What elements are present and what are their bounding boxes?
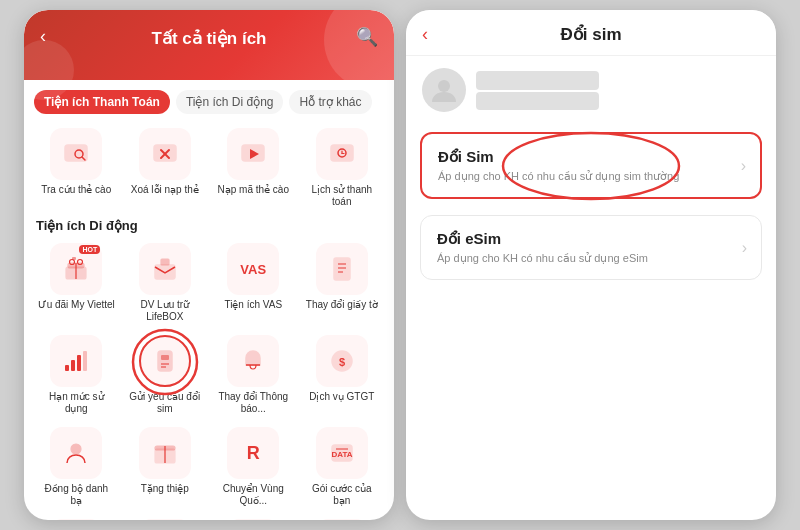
icon-box-goi-cuoc: DATA bbox=[316, 427, 368, 479]
label-lifebox: DV Lưu trữ LifeBOX bbox=[126, 299, 204, 323]
icon-han-muc[interactable]: Hạn mức sử dụng bbox=[37, 335, 115, 415]
svg-rect-20 bbox=[334, 258, 350, 280]
svg-rect-17 bbox=[72, 257, 76, 260]
search-card-icon bbox=[62, 140, 90, 168]
svg-point-36 bbox=[71, 444, 81, 454]
mobile-section-title: Tiện ích Di động bbox=[24, 212, 394, 235]
mobile-icons-row3: Đồng bộ danh bạ Tặng thiệp R bbox=[24, 419, 394, 511]
delete-card-icon bbox=[151, 140, 179, 168]
label-nap-ma: Nạp mã thẻ cào bbox=[218, 184, 289, 196]
icon-tang-thiep[interactable]: Tặng thiệp bbox=[126, 427, 204, 507]
icon-tra-cuu[interactable]: Tra cứu thẻ cào bbox=[37, 128, 115, 208]
back-button-2[interactable]: ‹ bbox=[422, 24, 428, 45]
icon-doi-sim-request[interactable]: Gửi yêu cầu đổi sim bbox=[126, 335, 204, 415]
screen-doi-sim: ‹ Đổi sim bbox=[406, 10, 776, 520]
icon-goi-cuoc[interactable]: DATA Gói cước của bạn bbox=[303, 427, 381, 507]
svg-point-48 bbox=[438, 80, 450, 92]
tab-ho-tro[interactable]: Hỗ trợ khác bbox=[289, 90, 371, 114]
icon-box-tang-thiep bbox=[139, 427, 191, 479]
icon-box-han-muc bbox=[50, 335, 102, 387]
svg-rect-26 bbox=[77, 355, 81, 371]
card-gift-icon bbox=[151, 439, 179, 467]
doi-esim-desc: Áp dụng cho KH có nhu cầu sử dụng eSim bbox=[437, 252, 745, 265]
label-danh-ba: Đồng bộ danh bạ bbox=[37, 483, 115, 507]
label-chuyen-vung: Chuyển Vùng Quố... bbox=[214, 483, 292, 507]
contacts-icon bbox=[62, 439, 90, 467]
icon-box-goi-tre: gic bbox=[139, 519, 191, 520]
icon-box-xoa-loi bbox=[139, 128, 191, 180]
icon-giay-to[interactable]: Thay đổi giấy tờ bbox=[303, 243, 381, 323]
svg-rect-25 bbox=[71, 360, 75, 371]
icon-nap-ma[interactable]: Nạp mã thẻ cào bbox=[214, 128, 292, 208]
label-tang-thiep: Tặng thiệp bbox=[141, 483, 189, 495]
label-doi-sim-request: Gửi yêu cầu đổi sim bbox=[126, 391, 204, 415]
profile-section bbox=[406, 56, 776, 124]
icon-vas[interactable]: VAS Tiện ích VAS bbox=[214, 243, 292, 323]
payment-icons-row: Tra cứu thẻ cào Xoá lỗi nạp thẻ bbox=[24, 120, 394, 212]
icon-danh-ba[interactable]: Đồng bộ danh bạ bbox=[37, 427, 115, 507]
tabs-row: Tiện ích Thanh Toán Tiện ích Di động Hỗ … bbox=[24, 80, 394, 120]
box-icon bbox=[151, 255, 179, 283]
label-xoa-loi: Xoá lỗi nạp thẻ bbox=[131, 184, 199, 196]
document-icon bbox=[328, 255, 356, 283]
label-thong-bao: Thay đổi Thông báo... bbox=[214, 391, 292, 415]
icon-moi-chuyen[interactable]: Mời chuyển trả sau bbox=[303, 519, 381, 520]
icon-box-lifebox bbox=[139, 243, 191, 295]
screen2-title: Đổi sim bbox=[560, 24, 621, 45]
topup-card-icon bbox=[239, 140, 267, 168]
icon-box-tra-cuu bbox=[50, 128, 102, 180]
screen1-content: Tiện ích Thanh Toán Tiện ích Di động Hỗ … bbox=[24, 80, 394, 520]
icon-chuyen-vung[interactable]: R Chuyển Vùng Quố... bbox=[214, 427, 292, 507]
icon-lich-su[interactable]: Lịch sử thanh toán bbox=[303, 128, 381, 208]
label-giay-to: Thay đổi giấy tờ bbox=[306, 299, 378, 311]
deco-circle-1 bbox=[324, 10, 394, 90]
menu-item-doi-sim[interactable]: Đổi Sim Áp dụng cho KH có nhu cầu sử dụn… bbox=[420, 132, 762, 199]
icon-box-gtgt: $ bbox=[316, 335, 368, 387]
icon-uu-dai[interactable]: HOT Ưu đãi My Viettel bbox=[37, 243, 115, 323]
screen-all-utilities: ‹ Tất cả tiện ích 🔍 Tiện ích Thanh Toán … bbox=[24, 10, 394, 520]
label-uu-dai: Ưu đãi My Viettel bbox=[38, 299, 115, 311]
icon-box-moi-chuyen bbox=[316, 519, 368, 520]
profile-info bbox=[476, 71, 599, 110]
service-icon: $ bbox=[328, 347, 356, 375]
icon-box-danh-ba bbox=[50, 427, 102, 479]
label-lich-su: Lịch sử thanh toán bbox=[303, 184, 381, 208]
signal-icon bbox=[62, 347, 90, 375]
svg-text:$: $ bbox=[339, 356, 345, 368]
icon-box-lich-su bbox=[316, 128, 368, 180]
search-icon[interactable]: 🔍 bbox=[356, 26, 378, 48]
gift-icon bbox=[62, 255, 90, 283]
svg-text:DATA: DATA bbox=[331, 450, 352, 459]
label-tra-cuu: Tra cứu thẻ cào bbox=[41, 184, 111, 196]
icon-lifebox[interactable]: DV Lưu trữ LifeBOX bbox=[126, 243, 204, 323]
icon-box-chuyen-tra-sau: ₫ bbox=[227, 519, 279, 520]
sim-swap-icon bbox=[151, 347, 179, 375]
doi-sim-title: Đổi Sim bbox=[438, 148, 744, 166]
chevron-icon-2: › bbox=[742, 239, 747, 257]
svg-rect-27 bbox=[83, 351, 87, 371]
menu-item-doi-esim[interactable]: Đổi eSim Áp dụng cho KH có nhu cầu sử dụ… bbox=[420, 215, 762, 280]
mobile-icons-row1: HOT Ưu đãi My Viettel DV Lưu trữ LifeBOX bbox=[24, 235, 394, 327]
chevron-icon-1: › bbox=[741, 157, 746, 175]
history-icon bbox=[328, 140, 356, 168]
icon-box-moi-doi-may: 4G bbox=[50, 519, 102, 520]
back-button[interactable]: ‹ bbox=[40, 26, 46, 47]
tab-di-dong[interactable]: Tiện ích Di động bbox=[176, 90, 284, 114]
icon-xoa-loi[interactable]: Xoá lỗi nạp thẻ bbox=[126, 128, 204, 208]
svg-rect-28 bbox=[158, 351, 172, 371]
svg-rect-18 bbox=[155, 265, 175, 279]
icon-moi-doi-may[interactable]: 4G Mời đổi máy 4G bbox=[37, 519, 115, 520]
icon-box-uu-dai: HOT bbox=[50, 243, 102, 295]
icon-thong-bao[interactable]: Thay đổi Thông báo... bbox=[214, 335, 292, 415]
label-gtgt: Dịch vụ GTGT bbox=[309, 391, 374, 403]
icon-box-nap-ma bbox=[227, 128, 279, 180]
notification-icon bbox=[239, 347, 267, 375]
icon-goi-tre[interactable]: gic Gói cho giới trẻ bbox=[126, 519, 204, 520]
icon-box-vas: VAS bbox=[227, 243, 279, 295]
icon-gtgt[interactable]: $ Dịch vụ GTGT bbox=[303, 335, 381, 415]
icon-chuyen-tra-sau[interactable]: ₫ Chuyển trả sau bbox=[214, 519, 292, 520]
label-vas: Tiện ích VAS bbox=[224, 299, 282, 311]
icon-box-doi-sim bbox=[139, 335, 191, 387]
profile-name bbox=[476, 92, 599, 110]
mobile-icons-row4: 4G Mời đổi máy 4G gic Gói cho giới trẻ ₫ bbox=[24, 511, 394, 520]
